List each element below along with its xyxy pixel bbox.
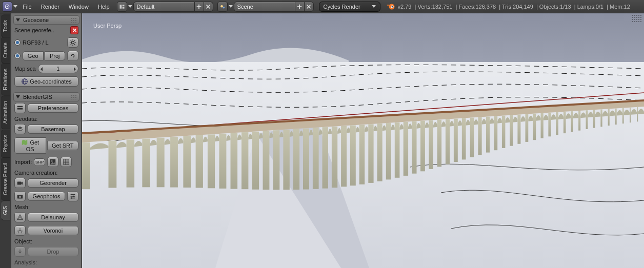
tab-physics[interactable]: Physics	[1, 129, 10, 158]
scene-delete-button[interactable]	[305, 2, 314, 12]
disclosure-triangle-icon	[16, 18, 20, 22]
tab-tools[interactable]: Tools	[1, 14, 10, 37]
crs-label: RGF93 / L	[23, 39, 65, 46]
screen-browse-icon[interactable]	[117, 2, 127, 12]
svg-rect-72	[556, 112, 558, 135]
sliders-icon	[69, 193, 76, 200]
geocoordinates-button[interactable]: Geo-coordinates	[14, 76, 78, 87]
header-stats: v2.79 | Verts:132,751 | Faces:126,378 | …	[398, 4, 630, 10]
svg-rect-14	[17, 108, 23, 110]
grid-icon	[63, 158, 70, 166]
geodata-label: Geodata:	[13, 115, 79, 122]
section-blendergis: BlenderGIS Preferences Geodata: Basemap	[13, 92, 79, 266]
scene-field[interactable]: Scene	[234, 2, 295, 12]
svg-point-19	[19, 196, 21, 198]
section-geoscene: Geoscene Scene georefe.. ✕ RGF93 / L Geo…	[13, 15, 79, 88]
svg-rect-78	[600, 109, 602, 127]
disclosure-triangle-icon	[16, 95, 20, 98]
link-button[interactable]	[67, 51, 78, 61]
svg-rect-77	[593, 110, 595, 128]
layers-icon	[16, 126, 24, 133]
georender-button[interactable]: Georender	[28, 178, 78, 188]
geophotos-button[interactable]: Geophotos	[28, 192, 65, 201]
svg-point-10	[71, 41, 74, 44]
svg-rect-49	[368, 124, 373, 183]
svg-rect-66	[510, 115, 513, 146]
render-engine-select[interactable]: Cycles Render	[319, 2, 380, 12]
stat-objects: Objects:1/13	[539, 4, 571, 10]
svg-rect-65	[502, 116, 506, 148]
crs-radio[interactable]	[14, 39, 21, 46]
tab-gis[interactable]: GIS	[1, 200, 10, 220]
svg-rect-69	[533, 114, 536, 140]
basemap-button[interactable]: Basemap	[28, 125, 78, 134]
voronoi-button[interactable]: Voronoi	[28, 226, 78, 235]
svg-rect-31	[183, 136, 191, 188]
geophotos-icon-button[interactable]	[14, 191, 26, 201]
basemap-icon-button[interactable]	[14, 124, 26, 134]
get-srtm-button[interactable]: Get SRT	[47, 141, 79, 150]
preferences-button[interactable]: Preferences	[28, 104, 78, 113]
import-osm-button[interactable]	[61, 157, 72, 167]
delaunay-icon-button[interactable]	[14, 212, 26, 222]
layout-add-button[interactable]	[195, 2, 204, 12]
layout-field[interactable]: Default	[133, 2, 195, 12]
prefs-icon-button[interactable]	[14, 103, 26, 113]
svg-rect-38	[263, 131, 270, 190]
voronoi-icon-button[interactable]	[14, 225, 26, 236]
svg-rect-45	[332, 127, 337, 188]
section-header-blendergis[interactable]: BlenderGIS	[13, 92, 79, 101]
tab-relations[interactable]: Relations	[1, 63, 10, 96]
svg-rect-27	[127, 140, 135, 188]
section-title: BlenderGIS	[23, 94, 52, 100]
viewport-split-grip[interactable]	[632, 14, 642, 23]
scene-browse-icon[interactable]	[217, 2, 228, 12]
blender-logo-icon	[387, 3, 395, 11]
map-scale-field[interactable]: 1	[38, 64, 78, 73]
drop-button: Drop	[28, 247, 78, 256]
svg-rect-54	[412, 121, 416, 174]
get-osm-button[interactable]: Get OS	[14, 137, 46, 154]
menu-window[interactable]: Window	[65, 0, 93, 13]
chevron-down-icon	[13, 5, 17, 8]
mesh-label: Mesh:	[13, 203, 79, 211]
svg-point-16	[51, 160, 53, 162]
georef-clear-button[interactable]: ✕	[70, 26, 78, 34]
georender-icon-button[interactable]	[14, 178, 26, 188]
crs-settings-button[interactable]	[67, 37, 78, 48]
map-icon	[21, 139, 28, 146]
geo-button[interactable]: Geo	[23, 51, 44, 60]
menu-render[interactable]: Render	[37, 0, 64, 13]
scene-field-group: Scene	[234, 2, 314, 12]
section-title: Geoscene	[23, 17, 49, 23]
scene-add-button[interactable]	[295, 2, 305, 12]
import-raster-button[interactable]	[47, 157, 58, 167]
svg-rect-81	[622, 108, 624, 123]
svg-point-22	[71, 197, 72, 199]
svg-rect-71	[548, 113, 551, 136]
geophotos-settings-button[interactable]	[67, 191, 78, 201]
menu-help[interactable]: Help	[94, 0, 114, 13]
editor-type-icon[interactable]	[2, 2, 12, 12]
mode-radio[interactable]	[14, 53, 21, 59]
tab-grease-pencil[interactable]: Grease Pencil	[1, 157, 10, 201]
viewport-3d[interactable]: User Persp	[82, 13, 644, 268]
svg-rect-51	[386, 123, 391, 179]
tab-animation[interactable]: Animation	[1, 95, 10, 129]
proj-button[interactable]: Proj	[45, 51, 66, 60]
layout-delete-button[interactable]	[204, 2, 213, 12]
stat-lamps: Lamps:0/1	[577, 4, 603, 10]
svg-rect-59	[454, 119, 458, 162]
layout-field-group: Default	[133, 2, 213, 12]
stat-version: v2.79	[398, 4, 412, 10]
svg-rect-58	[446, 119, 450, 164]
svg-rect-35	[231, 133, 238, 189]
svg-rect-56	[429, 120, 433, 169]
delaunay-button[interactable]: Delaunay	[28, 213, 78, 222]
import-shp-button[interactable]: SHP	[34, 158, 45, 166]
tab-create[interactable]: Create	[1, 37, 10, 64]
mesh-triangulate-icon	[16, 214, 24, 221]
menu-file[interactable]: File	[18, 0, 36, 13]
section-header-geoscene[interactable]: Geoscene	[13, 15, 79, 25]
tool-panel: Geoscene Scene georefe.. ✕ RGF93 / L Geo…	[11, 13, 82, 268]
